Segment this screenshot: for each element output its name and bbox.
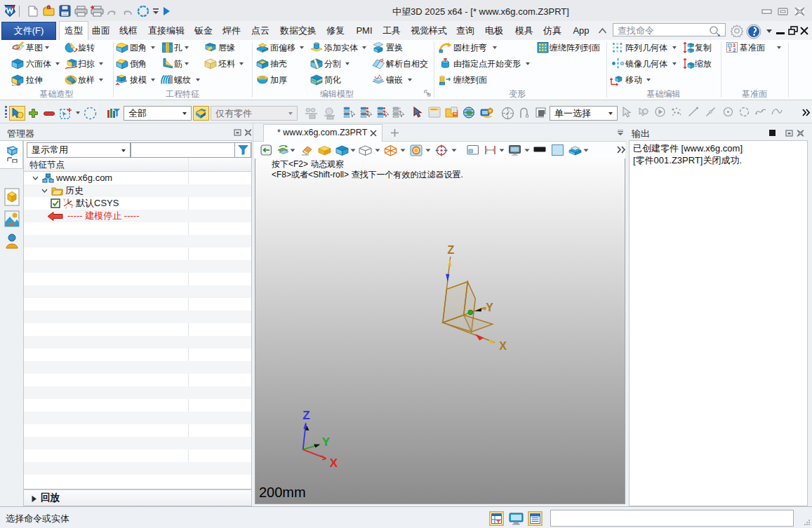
svg-text:X: X bbox=[330, 456, 338, 470]
svg-text:Z: Z bbox=[448, 244, 455, 256]
svg-text:1: 1 bbox=[728, 47, 731, 52]
svg-text:2: 2 bbox=[733, 48, 736, 53]
svg-text:X: X bbox=[499, 340, 507, 352]
svg-text:Y: Y bbox=[63, 198, 66, 202]
svg-text:z: z bbox=[65, 205, 67, 210]
svg-text:Y: Y bbox=[322, 435, 331, 449]
svg-text:Y: Y bbox=[486, 302, 493, 313]
svg-text:x: x bbox=[71, 205, 73, 209]
svg-text:Z: Z bbox=[302, 409, 310, 422]
